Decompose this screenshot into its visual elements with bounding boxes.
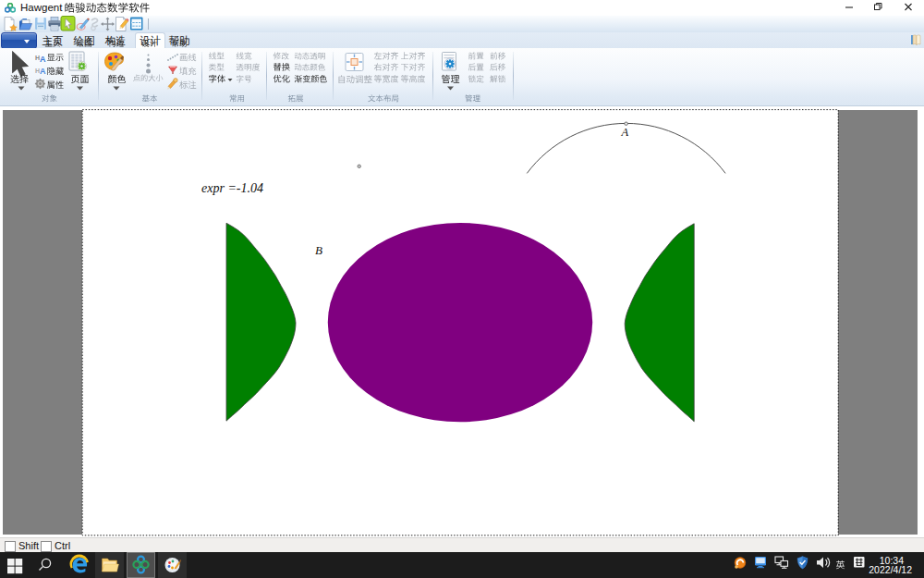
svg-text:B: B <box>315 243 322 257</box>
svg-text:A: A <box>40 67 46 76</box>
svg-text:expr =-1.04: expr =-1.04 <box>201 181 263 195</box>
svg-text:A: A <box>621 126 629 139</box>
svg-text:A: A <box>40 55 46 64</box>
svg-text:2022/4/12: 2022/4/12 <box>869 564 912 575</box>
